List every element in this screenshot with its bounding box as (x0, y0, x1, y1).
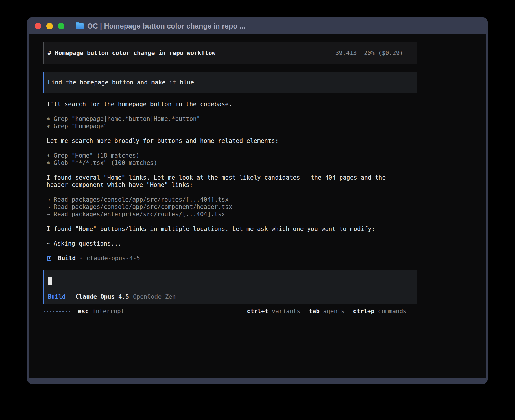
asterisk-icon: ∗ (47, 159, 50, 166)
assistant-paragraph: I found several "Home" links. Let me loo… (47, 174, 417, 181)
window-title: OC | Homepage button color change in rep… (87, 22, 245, 30)
minimize-button[interactable] (46, 23, 53, 29)
session-title: # Homepage button color change in repo w… (48, 49, 215, 57)
arrow-right-icon: → (47, 211, 50, 218)
shortcut-agents: tab agents (309, 308, 344, 315)
tool-call-glob: ∗ Glob "**/*.tsx" (100 matches) (47, 159, 417, 167)
spinner-dot (47, 311, 48, 312)
assistant-paragraph: Let me search more broadly for buttons a… (47, 137, 417, 145)
input-footer: Build Claude Opus 4.5 OpenCode Zen (48, 293, 417, 300)
tool-call-grep: ∗ Grep "Homepage" (47, 123, 417, 130)
status-bar: esc interrupt ctrl+t variants tab agents (43, 308, 417, 315)
folder-icon (76, 23, 84, 29)
tool-call-read: → Read packages/console/app/src/routes/[… (47, 196, 417, 203)
tool-call-read: → Read packages/enterprise/src/routes/[.… (47, 211, 417, 218)
zoom-button[interactable] (58, 23, 64, 29)
arrow-right-icon: → (47, 204, 50, 210)
input-model-label[interactable]: Claude Opus 4.5 (75, 293, 129, 300)
title-group: OC | Homepage button color change in rep… (76, 22, 245, 30)
user-message: Find the homepage button and make it blu… (43, 72, 417, 93)
dot-separator: · (76, 255, 86, 262)
working-status: ~ Asking questions... (47, 240, 417, 247)
arrow-right-icon: → (47, 196, 50, 203)
agent-status-line: Build · claude-opus-4-5 (47, 255, 417, 262)
spinner-dot (53, 311, 54, 312)
terminal-window: OC | Homepage button color change in rep… (27, 18, 488, 384)
spinner-dot (59, 311, 61, 312)
tool-call-grep: ∗ Grep "Home" (18 matches) (47, 152, 417, 159)
asterisk-icon: ∗ (47, 152, 50, 159)
tool-call-read: → Read packages/console/app/src/componen… (47, 203, 417, 211)
status-left: esc interrupt (44, 308, 124, 315)
assistant-paragraph: I found "Home" buttons/links in multiple… (47, 225, 417, 233)
spinner-dot (44, 311, 45, 312)
text-cursor (48, 277, 52, 285)
asterisk-icon: ∗ (47, 123, 50, 130)
input-agent-label[interactable]: Build (48, 293, 66, 300)
status-right: ctrl+t variants tab agents ctrl+p comman… (247, 308, 407, 315)
traffic-lights (35, 23, 64, 29)
assistant-paragraph: I'll search for the homepage button in t… (47, 100, 417, 108)
shortcut-commands: ctrl+p commands (353, 308, 407, 315)
session-metrics: 39,413 20% ($0.29) (335, 49, 403, 57)
spinner-dot (66, 311, 67, 312)
shortcut-variants: ctrl+t variants (247, 308, 300, 315)
agent-model: claude-opus-4-5 (86, 255, 140, 262)
assistant-response: I'll search for the homepage button in t… (43, 100, 417, 262)
titlebar: OC | Homepage button color change in rep… (29, 18, 486, 34)
prompt-input[interactable]: Build Claude Opus 4.5 OpenCode Zen (43, 270, 417, 304)
spinner-dot (50, 311, 51, 312)
terminal-content: # Homepage button color change in repo w… (29, 34, 486, 378)
shortcut-interrupt: esc interrupt (78, 308, 124, 315)
assistant-paragraph: header component which have "Home" links… (47, 181, 417, 189)
asterisk-icon: ∗ (47, 115, 50, 122)
agent-name: Build (58, 255, 76, 262)
user-message-text: Find the homepage button and make it blu… (48, 79, 194, 86)
agent-build-icon (47, 256, 51, 261)
session-header: # Homepage button color change in repo w… (43, 42, 417, 64)
spinner-dot (56, 311, 58, 312)
spinner-dot (69, 311, 70, 312)
tool-call-grep: ∗ Grep "homepage|home.*button|Home.*butt… (47, 115, 417, 123)
input-provider-label: OpenCode Zen (133, 293, 176, 300)
spinner-dot (62, 311, 64, 312)
close-button[interactable] (35, 23, 41, 29)
spinner-dots (44, 311, 70, 312)
